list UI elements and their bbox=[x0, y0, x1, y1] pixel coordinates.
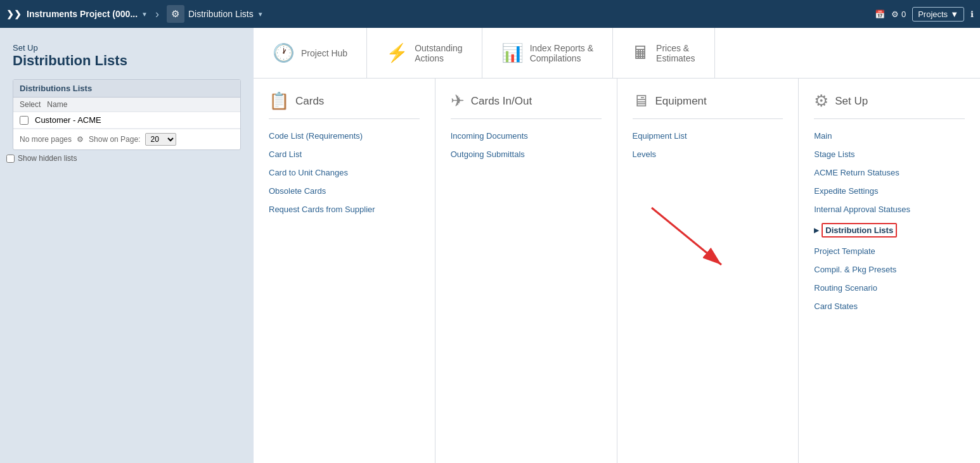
page-header: Set Up Distribution Lists bbox=[0, 38, 254, 79]
distributions-table: Distributions Lists Select Name Customer… bbox=[13, 79, 241, 150]
menu-item-card-states[interactable]: Card States bbox=[814, 297, 965, 315]
nav-project-hub[interactable]: 🕐 Project Hub bbox=[254, 28, 367, 78]
menu-item-levels[interactable]: Levels bbox=[633, 145, 783, 163]
no-more-pages-label: No more pages bbox=[20, 135, 72, 144]
show-on-page-select[interactable]: 20 50 100 bbox=[145, 133, 176, 146]
project-hub-icon: 🕐 bbox=[273, 42, 295, 63]
menu-item-routing-scenario[interactable]: Routing Scenario bbox=[814, 279, 965, 297]
left-panel: Set Up Distribution Lists Distributions … bbox=[0, 28, 254, 463]
table-columns: Select Name bbox=[13, 98, 240, 112]
menu-item-stage-lists[interactable]: Stage Lists bbox=[814, 145, 965, 163]
show-hidden-row: Show hidden lists bbox=[0, 150, 254, 167]
nav-separator: › bbox=[155, 8, 159, 21]
schedule-button[interactable]: 📅 bbox=[875, 10, 885, 19]
menu-item-obsolete-cards[interactable]: Obsolete Cards bbox=[269, 182, 420, 200]
settings-count: 0 bbox=[901, 10, 906, 19]
menu-item-compil-pkg-presets[interactable]: Compil. & Pkg Presets bbox=[814, 260, 965, 279]
equipment-title: Equipment bbox=[655, 95, 707, 108]
page-title: Distribution Lists bbox=[13, 53, 241, 69]
top-nav-bar: 🕐 Project Hub ⚡ OutstandingActions 📊 Ind… bbox=[254, 28, 980, 79]
equipment-header: 🖥 Equipment bbox=[633, 91, 783, 119]
table-row: Customer - ACME bbox=[13, 112, 240, 129]
schedule-icon: 📅 bbox=[875, 10, 885, 19]
active-arrow: ▶ bbox=[814, 227, 819, 234]
projects-dropdown[interactable]: Projects ▼ bbox=[912, 7, 964, 22]
menu-item-expedite-settings[interactable]: Expedite Settings bbox=[814, 182, 965, 200]
project-hub-label: Project Hub bbox=[301, 48, 347, 58]
brand-logo[interactable]: ❯❯ bbox=[6, 9, 22, 19]
menu-item-card-list[interactable]: Card List bbox=[269, 145, 420, 163]
menu-item-main[interactable]: Main bbox=[814, 127, 965, 145]
settings-button[interactable]: ⚙ 0 bbox=[891, 10, 906, 19]
menu-item-card-unit-changes[interactable]: Card to Unit Changes bbox=[269, 163, 420, 182]
setup-label: Set Up bbox=[13, 43, 241, 53]
red-arrow-annotation bbox=[633, 201, 734, 277]
col-name: Name bbox=[47, 100, 67, 109]
setup-icon: ⚙ bbox=[814, 91, 828, 111]
project-chevron: ▼ bbox=[141, 11, 148, 18]
show-hidden-checkbox[interactable] bbox=[6, 155, 15, 163]
top-navbar: ❯❯ Instruments Project (000... ▼ › ⚙ Dis… bbox=[0, 0, 980, 28]
menu-item-internal-approval[interactable]: Internal Approval Statuses bbox=[814, 200, 965, 219]
module-name: Distribution Lists bbox=[188, 9, 254, 19]
project-selector[interactable]: Instruments Project (000... ▼ bbox=[27, 9, 148, 19]
show-hidden-label: Show hidden lists bbox=[18, 154, 77, 163]
outstanding-actions-label: OutstandingActions bbox=[415, 43, 463, 63]
row-checkbox[interactable] bbox=[20, 116, 29, 125]
equipment-icon: 🖥 bbox=[633, 91, 649, 111]
row-name: Customer - ACME bbox=[35, 115, 101, 125]
cards-title: Cards bbox=[295, 95, 324, 108]
info-button[interactable]: ℹ bbox=[970, 10, 974, 19]
prices-estimates-icon: 🖩 bbox=[632, 42, 650, 63]
navbar-right: 📅 ⚙ 0 Projects ▼ ℹ bbox=[875, 7, 974, 22]
menu-item-request-cards[interactable]: Request Cards from Supplier bbox=[269, 200, 420, 219]
main-layout: Set Up Distribution Lists Distributions … bbox=[0, 28, 980, 463]
setup-title: Set Up bbox=[835, 95, 868, 108]
gear-spinner-icon: ⚙ bbox=[77, 135, 84, 144]
menu-item-code-list[interactable]: Code List (Requirements) bbox=[269, 127, 420, 145]
menu-item-distribution-lists[interactable]: ▶ Distribution Lists bbox=[814, 219, 965, 242]
menu-col-setup: ⚙ Set Up Main Stage Lists ACME Return St… bbox=[799, 79, 980, 463]
cards-inout-header: ✈ Cards In/Out bbox=[451, 91, 602, 119]
menu-col-equipment: 🖥 Equipment Equipment List Levels bbox=[617, 79, 799, 463]
menu-item-project-template[interactable]: Project Template bbox=[814, 242, 965, 260]
cards-inout-icon: ✈ bbox=[451, 91, 465, 111]
menu-col-cards-inout: ✈ Cards In/Out Incoming Documents Outgoi… bbox=[435, 79, 617, 463]
projects-chevron: ▼ bbox=[950, 10, 958, 19]
menu-col-cards: 📋 Cards Code List (Requirements) Card Li… bbox=[254, 79, 435, 463]
info-icon: ℹ bbox=[970, 10, 974, 19]
menu-item-outgoing-submittals[interactable]: Outgoing Submittals bbox=[451, 145, 602, 163]
outstanding-actions-icon: ⚡ bbox=[386, 42, 408, 63]
module-chevron: ▼ bbox=[257, 11, 264, 18]
prices-estimates-label: Prices &Estimates bbox=[656, 43, 695, 63]
menu-item-incoming-docs[interactable]: Incoming Documents bbox=[451, 127, 602, 145]
index-reports-icon: 📊 bbox=[501, 42, 524, 63]
menu-grid: 📋 Cards Code List (Requirements) Card Li… bbox=[254, 79, 980, 463]
table-footer: No more pages ⚙ Show on Page: 20 50 100 bbox=[13, 129, 240, 149]
nav-prices-estimates[interactable]: 🖩 Prices &Estimates bbox=[613, 28, 714, 78]
brand-arrows: ❯❯ bbox=[6, 9, 22, 19]
col-select: Select bbox=[20, 100, 41, 109]
cards-header: 📋 Cards bbox=[269, 91, 420, 119]
menu-item-equipment-list[interactable]: Equipment List bbox=[633, 127, 783, 145]
menu-item-acme-return-statuses[interactable]: ACME Return Statuses bbox=[814, 163, 965, 182]
index-reports-label: Index Reports &Compilations bbox=[530, 43, 593, 63]
nav-outstanding-actions[interactable]: ⚡ OutstandingActions bbox=[367, 28, 482, 78]
projects-label: Projects bbox=[918, 10, 948, 19]
gear-icon: ⚙ bbox=[891, 10, 899, 19]
active-label: Distribution Lists bbox=[822, 223, 897, 238]
table-header: Distributions Lists bbox=[13, 80, 240, 98]
main-area: 🕐 Project Hub ⚡ OutstandingActions 📊 Ind… bbox=[254, 28, 980, 463]
setup-header: ⚙ Set Up bbox=[814, 91, 965, 119]
module-gear-icon: ⚙ bbox=[167, 5, 184, 23]
svg-line-1 bbox=[652, 208, 721, 265]
active-menu-row: ▶ Distribution Lists bbox=[814, 223, 965, 238]
cards-inout-title: Cards In/Out bbox=[471, 95, 532, 108]
project-name: Instruments Project (000... bbox=[27, 9, 138, 19]
cards-icon: 📋 bbox=[269, 91, 289, 111]
module-selector[interactable]: ⚙ Distribution Lists ▼ bbox=[167, 5, 264, 23]
nav-index-reports[interactable]: 📊 Index Reports &Compilations bbox=[482, 28, 613, 78]
show-on-page-label: Show on Page: bbox=[89, 135, 140, 144]
